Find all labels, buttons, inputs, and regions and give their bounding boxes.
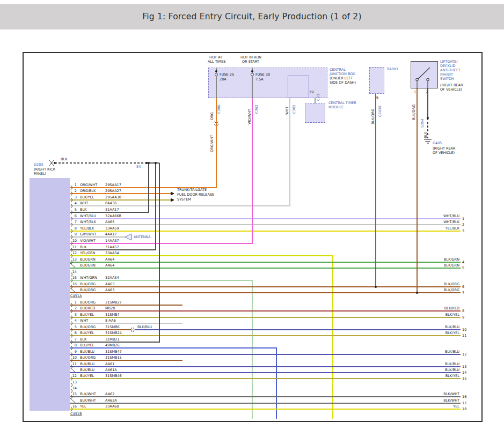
junction-dot	[155, 162, 157, 164]
wire-code: 29SAA27	[105, 189, 121, 193]
junction-dot	[251, 70, 253, 72]
liftgate-switch-label: LIFTGATE/	[440, 60, 457, 64]
offpage-wire-name: BLK/YEL	[445, 374, 459, 378]
wire-code: AA63	[105, 282, 114, 286]
wire-name: BLK/ORG	[80, 355, 96, 360]
wire-code: 29SAA17	[105, 183, 121, 187]
wire-name: BLK/BLU	[80, 350, 94, 354]
wire-name: BLK	[80, 207, 86, 212]
wire-WHT/GRN-pin15	[70, 280, 252, 419]
wire-code: 29SAA30	[105, 195, 121, 199]
wire-name: BLK/WHT	[80, 392, 96, 396]
wire-name: BLK	[80, 337, 86, 342]
pin-number: 16	[72, 404, 77, 409]
hot-at-all-times-label: HOT AT	[209, 55, 222, 60]
wire-code: 32AA66B	[105, 214, 121, 218]
wire-code: 8-AA6	[105, 318, 116, 323]
offpage-pin-number: 16	[462, 395, 466, 399]
pin-number: 1	[75, 183, 77, 187]
wire-name: VIO/WHT	[80, 239, 96, 243]
pin-number: 9	[75, 232, 77, 236]
wire-name: BLK	[80, 245, 86, 249]
central-junction-box-label: CENTRAL	[330, 68, 346, 72]
splice-s4-label: S4	[136, 165, 141, 169]
junction-dot	[54, 162, 56, 164]
wire-name: WHT/GRN	[80, 276, 97, 280]
offpage-pin-number: 13	[462, 365, 466, 369]
offpage-wire-name: BLK/WHT	[443, 392, 459, 396]
wire-code: AA65	[105, 220, 114, 224]
wire-code: 31SMB6	[105, 325, 120, 329]
pin-number: 4	[75, 318, 77, 323]
ground-icon	[424, 139, 432, 143]
pin-number: 11	[72, 362, 77, 366]
junction-dot	[148, 162, 150, 164]
ground-g203-location: PANEL)	[34, 172, 46, 176]
offpage-wire-name: BLK/GRN	[444, 257, 459, 262]
central-junction-box-label: JUNCTION BOX	[330, 72, 355, 76]
wire-name: BLK/YEL	[80, 331, 94, 335]
pin-number: 3	[75, 313, 77, 317]
liftgate-switch-label: DECKLID	[440, 64, 455, 68]
wire-name: WHT	[80, 318, 88, 323]
wire-name: BLK	[423, 132, 428, 138]
connector-c365-label: C365	[292, 105, 296, 114]
central-junction-box-location: SIDE OF DASH)	[330, 80, 356, 85]
offpage-pin-number: 10	[462, 328, 466, 332]
wire-name: BLK/YEL	[80, 313, 94, 317]
wire-name: WHT	[285, 107, 289, 115]
ground-g405-location: (RIGHT REAR	[433, 146, 456, 151]
connector-c362-label: C362	[254, 105, 259, 114]
wire-code: 49MB26	[105, 343, 120, 347]
switch-contact-icon	[416, 68, 430, 88]
wire-code: 4AA17	[105, 232, 116, 236]
pin-number: 8	[75, 343, 77, 347]
pin-number: 5	[75, 325, 77, 329]
wire-code: 31SMB27	[105, 300, 122, 305]
wire-code: 31SMB15	[105, 355, 122, 360]
wire-code: 33AA34	[105, 251, 119, 255]
liftgate-switch-location: (RIGHT REAR	[440, 83, 463, 87]
wire-code: 8AA36	[105, 201, 116, 205]
ground-g405-label: G405	[433, 141, 442, 145]
pin-number: 2	[426, 90, 428, 94]
pin-number: 7	[75, 220, 77, 224]
offpage-wire-name: YEL/BLK	[445, 226, 459, 231]
offpage-wire-name: BLK/BLU	[445, 362, 459, 366]
pin-number: 6	[376, 95, 378, 100]
fuse-30-rating: 7.5A	[255, 77, 264, 81]
ground-icon	[49, 160, 54, 166]
pin-number: 10	[72, 239, 77, 243]
offpage-pin-number: 11	[462, 333, 466, 338]
wire-name: BLK/RED	[80, 306, 95, 310]
wire-ORG/WHT-pin1	[70, 98, 216, 188]
splice-icon	[131, 122, 218, 332]
pin-number: 2	[75, 306, 77, 310]
central-timer-module-label: MODULE	[328, 105, 344, 109]
offpage-system-label: SYSTEM	[177, 197, 191, 202]
wire-code: AA62A	[105, 398, 117, 403]
offpage-wire-name: BLK/RED	[444, 306, 459, 310]
liftgate-switch-label: ANTI-THEFT	[440, 68, 461, 72]
wire-name: BLK/ORG	[412, 105, 416, 120]
wire-code: AA62	[105, 392, 114, 396]
branch-line	[70, 263, 75, 268]
connector-c451a-label: C451A	[70, 294, 82, 298]
offpage-pin-number: 14	[462, 370, 466, 375]
offpage-wire-name: BLK/ORG	[444, 282, 459, 286]
connector-c451b-label: C451B	[70, 412, 82, 416]
offpage-pin-number: 12	[462, 352, 466, 357]
wiring-diagram: 1ORG/WHT29SAA172ORG/BLK29SAA273BLK/YEL29…	[0, 0, 504, 430]
offpage-pin-number: 6	[462, 285, 464, 289]
wire-name: WHT	[80, 201, 88, 205]
offpage-system-label: FUEL DOOR RELEASE	[177, 192, 214, 197]
connector-c380-label: C380	[217, 105, 221, 114]
pin-number: 14	[72, 270, 77, 274]
hot-in-run-label: OR START	[242, 60, 259, 64]
wire-name: BLK/GRN	[80, 263, 96, 268]
fuse-30-label: FUSE 30	[255, 72, 270, 77]
wire-name: BLK/BLU	[137, 325, 152, 329]
wire-code: AA64	[105, 257, 114, 262]
wire-code: 31AA57	[105, 245, 119, 249]
wire-name: ORG/WHT	[80, 183, 97, 187]
